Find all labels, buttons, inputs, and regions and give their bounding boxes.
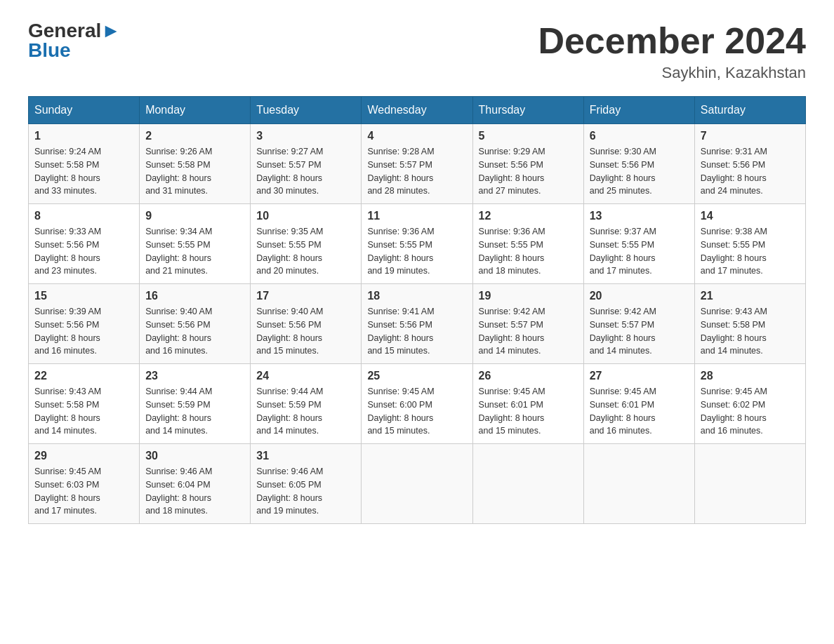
day-number: 12 bbox=[479, 210, 578, 222]
calendar-cell bbox=[472, 444, 583, 524]
header-saturday: Saturday bbox=[694, 97, 805, 124]
calendar-cell: 25 Sunrise: 9:45 AM Sunset: 6:00 PM Dayl… bbox=[362, 364, 472, 444]
day-info: Sunrise: 9:45 AM Sunset: 6:01 PM Dayligh… bbox=[590, 385, 689, 438]
calendar-cell: 9 Sunrise: 9:34 AM Sunset: 5:55 PM Dayli… bbox=[140, 204, 251, 284]
day-info: Sunrise: 9:37 AM Sunset: 5:55 PM Dayligh… bbox=[590, 225, 689, 278]
calendar-cell: 23 Sunrise: 9:44 AM Sunset: 5:59 PM Dayl… bbox=[140, 364, 251, 444]
calendar-cell bbox=[694, 444, 805, 524]
day-number: 16 bbox=[145, 290, 244, 302]
day-number: 24 bbox=[256, 370, 355, 382]
day-info: Sunrise: 9:44 AM Sunset: 5:59 PM Dayligh… bbox=[145, 385, 244, 438]
day-number: 8 bbox=[34, 210, 133, 222]
day-info: Sunrise: 9:30 AM Sunset: 5:56 PM Dayligh… bbox=[590, 145, 689, 198]
day-number: 2 bbox=[145, 130, 244, 142]
calendar-cell: 12 Sunrise: 9:36 AM Sunset: 5:55 PM Dayl… bbox=[472, 204, 583, 284]
calendar-week-row: 1 Sunrise: 9:24 AM Sunset: 5:58 PM Dayli… bbox=[29, 124, 806, 204]
calendar-cell: 6 Sunrise: 9:30 AM Sunset: 5:56 PM Dayli… bbox=[583, 124, 694, 204]
header-wednesday: Wednesday bbox=[362, 97, 472, 124]
calendar-cell: 29 Sunrise: 9:45 AM Sunset: 6:03 PM Dayl… bbox=[29, 444, 140, 524]
header-tuesday: Tuesday bbox=[251, 97, 362, 124]
day-number: 19 bbox=[479, 290, 578, 302]
day-info: Sunrise: 9:38 AM Sunset: 5:55 PM Dayligh… bbox=[701, 225, 800, 278]
logo-triangle-icon: ► bbox=[101, 20, 121, 41]
calendar-table: SundayMondayTuesdayWednesdayThursdayFrid… bbox=[28, 96, 806, 524]
day-number: 3 bbox=[256, 130, 355, 142]
day-number: 6 bbox=[590, 130, 689, 142]
calendar-week-row: 29 Sunrise: 9:45 AM Sunset: 6:03 PM Dayl… bbox=[29, 444, 806, 524]
day-info: Sunrise: 9:46 AM Sunset: 6:05 PM Dayligh… bbox=[256, 465, 355, 518]
day-info: Sunrise: 9:43 AM Sunset: 5:58 PM Dayligh… bbox=[701, 305, 800, 358]
calendar-cell: 26 Sunrise: 9:45 AM Sunset: 6:01 PM Dayl… bbox=[472, 364, 583, 444]
logo-blue-text: Blue bbox=[28, 41, 71, 60]
day-info: Sunrise: 9:45 AM Sunset: 6:00 PM Dayligh… bbox=[367, 385, 466, 438]
calendar-cell: 31 Sunrise: 9:46 AM Sunset: 6:05 PM Dayl… bbox=[251, 444, 362, 524]
day-number: 23 bbox=[145, 370, 244, 382]
day-number: 20 bbox=[590, 290, 689, 302]
calendar-cell: 20 Sunrise: 9:42 AM Sunset: 5:57 PM Dayl… bbox=[583, 284, 694, 364]
calendar-cell: 1 Sunrise: 9:24 AM Sunset: 5:58 PM Dayli… bbox=[29, 124, 140, 204]
calendar-cell: 15 Sunrise: 9:39 AM Sunset: 5:56 PM Dayl… bbox=[29, 284, 140, 364]
day-info: Sunrise: 9:42 AM Sunset: 5:57 PM Dayligh… bbox=[479, 305, 578, 358]
day-info: Sunrise: 9:33 AM Sunset: 5:56 PM Dayligh… bbox=[34, 225, 133, 278]
logo-general-text: General► bbox=[28, 21, 121, 41]
day-number: 27 bbox=[590, 370, 689, 382]
day-number: 1 bbox=[34, 130, 133, 142]
calendar-cell: 19 Sunrise: 9:42 AM Sunset: 5:57 PM Dayl… bbox=[472, 284, 583, 364]
calendar-week-row: 22 Sunrise: 9:43 AM Sunset: 5:58 PM Dayl… bbox=[29, 364, 806, 444]
day-number: 11 bbox=[367, 210, 466, 222]
calendar-cell: 7 Sunrise: 9:31 AM Sunset: 5:56 PM Dayli… bbox=[694, 124, 805, 204]
day-number: 15 bbox=[34, 290, 133, 302]
day-number: 29 bbox=[34, 450, 133, 462]
day-info: Sunrise: 9:34 AM Sunset: 5:55 PM Dayligh… bbox=[145, 225, 244, 278]
header-friday: Friday bbox=[583, 97, 694, 124]
calendar-cell: 24 Sunrise: 9:44 AM Sunset: 5:59 PM Dayl… bbox=[251, 364, 362, 444]
day-number: 25 bbox=[367, 370, 466, 382]
day-info: Sunrise: 9:43 AM Sunset: 5:58 PM Dayligh… bbox=[34, 385, 133, 438]
day-number: 14 bbox=[701, 210, 800, 222]
calendar-cell: 27 Sunrise: 9:45 AM Sunset: 6:01 PM Dayl… bbox=[583, 364, 694, 444]
month-title: December 2024 bbox=[538, 21, 806, 61]
day-number: 7 bbox=[701, 130, 800, 142]
calendar-header-row: SundayMondayTuesdayWednesdayThursdayFrid… bbox=[29, 97, 806, 124]
day-number: 21 bbox=[701, 290, 800, 302]
calendar-cell: 8 Sunrise: 9:33 AM Sunset: 5:56 PM Dayli… bbox=[29, 204, 140, 284]
location-text: Saykhin, Kazakhstan bbox=[538, 64, 806, 82]
day-info: Sunrise: 9:27 AM Sunset: 5:57 PM Dayligh… bbox=[256, 145, 355, 198]
calendar-cell: 30 Sunrise: 9:46 AM Sunset: 6:04 PM Dayl… bbox=[140, 444, 251, 524]
calendar-cell: 21 Sunrise: 9:43 AM Sunset: 5:58 PM Dayl… bbox=[694, 284, 805, 364]
day-number: 13 bbox=[590, 210, 689, 222]
page-header: General► Blue December 2024 Saykhin, Kaz… bbox=[28, 21, 806, 82]
calendar-cell bbox=[362, 444, 472, 524]
day-number: 31 bbox=[256, 450, 355, 462]
day-info: Sunrise: 9:24 AM Sunset: 5:58 PM Dayligh… bbox=[34, 145, 133, 198]
title-block: December 2024 Saykhin, Kazakhstan bbox=[538, 21, 806, 82]
calendar-cell: 11 Sunrise: 9:36 AM Sunset: 5:55 PM Dayl… bbox=[362, 204, 472, 284]
logo: General► Blue bbox=[28, 21, 121, 60]
header-sunday: Sunday bbox=[29, 97, 140, 124]
day-info: Sunrise: 9:41 AM Sunset: 5:56 PM Dayligh… bbox=[367, 305, 466, 358]
calendar-cell: 18 Sunrise: 9:41 AM Sunset: 5:56 PM Dayl… bbox=[362, 284, 472, 364]
day-info: Sunrise: 9:31 AM Sunset: 5:56 PM Dayligh… bbox=[701, 145, 800, 198]
day-info: Sunrise: 9:45 AM Sunset: 6:03 PM Dayligh… bbox=[34, 465, 133, 518]
day-info: Sunrise: 9:36 AM Sunset: 5:55 PM Dayligh… bbox=[367, 225, 466, 278]
day-info: Sunrise: 9:40 AM Sunset: 5:56 PM Dayligh… bbox=[256, 305, 355, 358]
day-info: Sunrise: 9:46 AM Sunset: 6:04 PM Dayligh… bbox=[145, 465, 244, 518]
header-monday: Monday bbox=[140, 97, 251, 124]
calendar-cell: 14 Sunrise: 9:38 AM Sunset: 5:55 PM Dayl… bbox=[694, 204, 805, 284]
calendar-cell: 22 Sunrise: 9:43 AM Sunset: 5:58 PM Dayl… bbox=[29, 364, 140, 444]
calendar-cell: 4 Sunrise: 9:28 AM Sunset: 5:57 PM Dayli… bbox=[362, 124, 472, 204]
calendar-cell: 16 Sunrise: 9:40 AM Sunset: 5:56 PM Dayl… bbox=[140, 284, 251, 364]
day-info: Sunrise: 9:28 AM Sunset: 5:57 PM Dayligh… bbox=[367, 145, 466, 198]
calendar-cell: 13 Sunrise: 9:37 AM Sunset: 5:55 PM Dayl… bbox=[583, 204, 694, 284]
day-info: Sunrise: 9:45 AM Sunset: 6:01 PM Dayligh… bbox=[479, 385, 578, 438]
day-number: 5 bbox=[479, 130, 578, 142]
day-number: 28 bbox=[701, 370, 800, 382]
day-info: Sunrise: 9:29 AM Sunset: 5:56 PM Dayligh… bbox=[479, 145, 578, 198]
calendar-cell: 5 Sunrise: 9:29 AM Sunset: 5:56 PM Dayli… bbox=[472, 124, 583, 204]
day-info: Sunrise: 9:26 AM Sunset: 5:58 PM Dayligh… bbox=[145, 145, 244, 198]
day-number: 4 bbox=[367, 130, 466, 142]
day-number: 10 bbox=[256, 210, 355, 222]
day-info: Sunrise: 9:44 AM Sunset: 5:59 PM Dayligh… bbox=[256, 385, 355, 438]
day-number: 17 bbox=[256, 290, 355, 302]
day-info: Sunrise: 9:45 AM Sunset: 6:02 PM Dayligh… bbox=[701, 385, 800, 438]
